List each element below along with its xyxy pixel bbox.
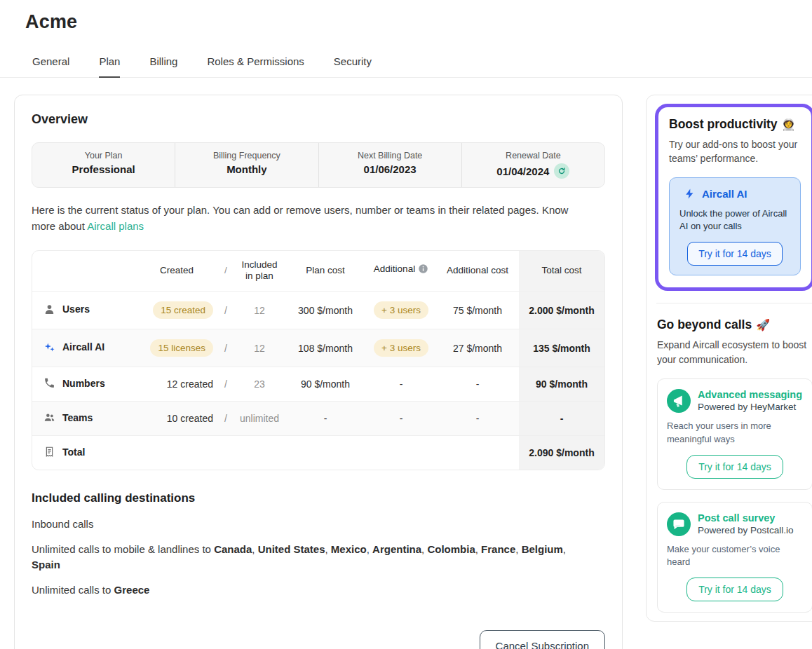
addons-sidebar: Boost productivity👩‍🚀 Try our add-ons to… xyxy=(646,95,812,622)
plan-usage-table: Created / Included in plan Plan cost Add… xyxy=(32,250,605,471)
user-icon xyxy=(43,303,55,315)
plan-info-next-billing-date: Next Billing Date 01/06/2023 xyxy=(319,143,462,187)
table-header-row: Created / Included in plan Plan cost Add… xyxy=(32,251,604,292)
addon-title: Aircall AI xyxy=(702,188,747,200)
aircall-ai-addon-card: Aircall AI Unlock the power of Aircall A… xyxy=(669,177,801,276)
header-plan-cost: Plan cost xyxy=(285,251,366,292)
plan-info-renewal-date: Renewal Date 01/04/2024 xyxy=(462,143,604,187)
tab-general[interactable]: General xyxy=(31,50,71,77)
speech-bubble-icon xyxy=(667,512,691,536)
header-total-cost: Total cost xyxy=(519,251,604,292)
table-row-aircall-ai: Aircall AI 15 licenses / 12 108 $/month … xyxy=(32,329,604,367)
go-beyond-calls-section: Go beyond calls🚀 Expand Aircall ecosyste… xyxy=(655,317,812,613)
plan-overview-card: Overview Your Plan Professional Billing … xyxy=(14,95,623,649)
header-additional-cost: Additional cost xyxy=(436,251,519,292)
phone-icon xyxy=(43,377,55,389)
plan-info-your-plan: Your Plan Professional xyxy=(32,143,175,187)
rocket-emoji: 🚀 xyxy=(756,318,770,332)
page-title: Acme xyxy=(25,11,787,33)
partner-description: Make your customer’s voice heard xyxy=(667,543,803,570)
header-included: Included in plan xyxy=(234,251,285,292)
table-row-teams: Teams 10 created / unlimited - - - - xyxy=(32,402,604,436)
boost-heading: Boost productivity👩‍🚀 xyxy=(669,117,801,132)
info-icon[interactable] xyxy=(418,264,428,278)
inbound-calls-line: Inbound calls xyxy=(32,517,578,533)
receipt-icon xyxy=(43,446,55,458)
plan-info-bar: Your Plan Professional Billing Frequency… xyxy=(32,142,605,188)
tab-billing[interactable]: Billing xyxy=(148,50,179,77)
refresh-icon[interactable] xyxy=(554,163,569,179)
try-aircall-ai-button[interactable]: Try it for 14 days xyxy=(687,242,783,266)
beyond-subtext: Expand Aircall ecosystem to boost your c… xyxy=(657,338,812,367)
teams-icon xyxy=(43,411,55,423)
try-post-call-survey-button[interactable]: Try it for 14 days xyxy=(686,578,783,601)
additional-badge: + 3 users xyxy=(374,301,428,319)
advanced-messaging-card: Advanced messaging Powered by HeyMarket … xyxy=(657,378,812,490)
aircall-plans-link[interactable]: Aircall plans xyxy=(87,220,144,232)
sidebar-divider xyxy=(656,303,812,303)
beyond-heading: Go beyond calls🚀 xyxy=(657,317,812,332)
plan-info-billing-frequency: Billing Frequency Monthly xyxy=(175,143,318,187)
megaphone-icon xyxy=(667,389,691,413)
tab-bar: General Plan Billing Roles & Permissions… xyxy=(0,50,812,78)
table-row-total: Total 2.090 $/month xyxy=(32,436,604,470)
boost-productivity-card: Boost productivity👩‍🚀 Try our add-ons to… xyxy=(655,104,812,291)
tab-plan[interactable]: Plan xyxy=(97,50,121,77)
header-item xyxy=(32,251,136,292)
outbound-destinations-line: Unlimited calls to mobile & landlines to… xyxy=(32,542,578,573)
header-additional: Additional xyxy=(366,251,436,292)
header-slash: / xyxy=(217,251,234,292)
table-row-users: Users 15 created / 12 300 $/month + 3 us… xyxy=(32,292,604,329)
post-call-survey-card: Post call survey Powered by Postcall.io … xyxy=(657,502,812,613)
table-row-numbers: Numbers 12 created / 23 90 $/month - - 9… xyxy=(32,367,604,402)
tab-roles-permissions[interactable]: Roles & Permissions xyxy=(205,50,305,77)
sparkles-icon xyxy=(43,341,55,353)
partner-title: Post call survey xyxy=(698,512,794,524)
partner-powered-by: Powered by HeyMarket xyxy=(698,402,802,412)
astronaut-emoji: 👩‍🚀 xyxy=(782,118,796,131)
addon-description: Unlock the power of Aircall AI on your c… xyxy=(678,207,792,234)
overview-heading: Overview xyxy=(32,112,605,127)
page-header: Acme xyxy=(0,0,812,33)
bolt-icon xyxy=(684,188,696,200)
boost-subtext: Try our add-ons to boost your teams’ per… xyxy=(669,137,801,166)
plan-description: Here is the current status of your plan.… xyxy=(32,202,586,235)
tab-security[interactable]: Security xyxy=(332,50,373,77)
additional-badge: + 3 users xyxy=(374,339,428,357)
partner-title: Advanced messaging xyxy=(698,389,802,400)
try-advanced-messaging-button[interactable]: Try it for 14 days xyxy=(686,455,783,479)
cancel-subscription-button[interactable]: Cancel Subscription xyxy=(480,630,605,649)
partner-description: Reach your users in more meaningful ways xyxy=(667,420,803,446)
created-badge: 15 created xyxy=(153,301,213,319)
header-created: Created xyxy=(136,251,217,292)
created-badge: 15 licenses xyxy=(150,339,213,357)
partner-powered-by: Powered by Postcall.io xyxy=(698,525,794,535)
greece-line: Unlimited calls to Greece xyxy=(32,582,578,599)
destinations-heading: Included calling destinations xyxy=(32,491,605,505)
